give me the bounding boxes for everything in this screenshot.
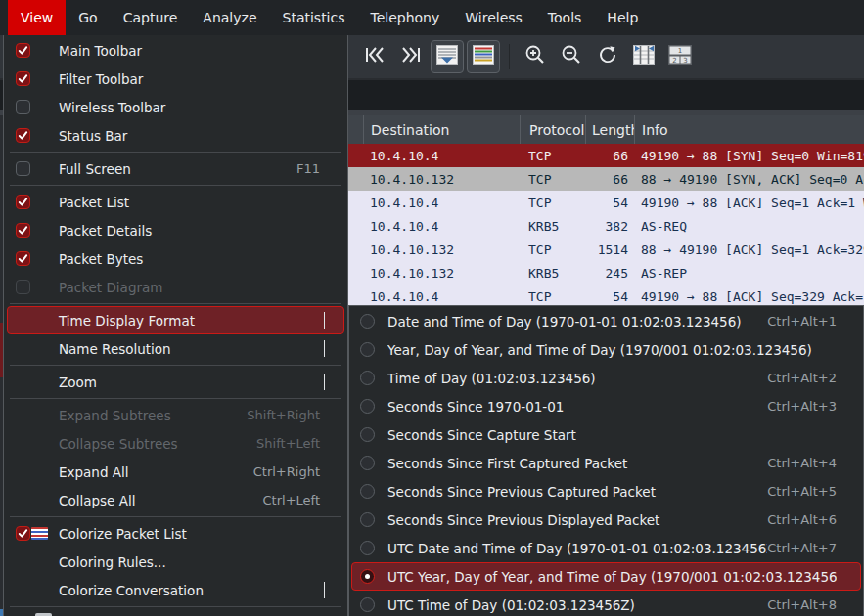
menubar-item-analyze[interactable]: Analyze <box>190 0 269 35</box>
menu-item-label: Colorize Conversation <box>53 583 320 598</box>
menubar-item-label: Tools <box>548 10 582 25</box>
cell-destination: 10.4.10.132 <box>363 172 520 187</box>
menu-item-name-resolution[interactable]: Name Resolution <box>7 334 344 363</box>
packet-row[interactable]: 10.4.10.4TCP5449190 → 88 [ACK] Seq=1 Ack… <box>348 191 864 214</box>
cell-length: 66 <box>585 172 634 187</box>
radio-unselected-icon <box>360 314 375 329</box>
resize-columns-button[interactable] <box>627 40 660 73</box>
menu-item-time-display-format[interactable]: Time Display Format <box>7 306 344 334</box>
cell-protocol: TCP <box>520 196 585 210</box>
checkbox-checked-icon <box>16 128 30 143</box>
submenu-item-utc-year-day-of-year-and-time-of-day-1970-001-01-02-03-123456z[interactable]: UTC Year, Day of Year, and Time of Day (… <box>351 562 861 591</box>
menu-separator <box>10 303 341 304</box>
column-header-destination[interactable]: Destination <box>363 115 520 144</box>
column-header-info[interactable]: Info <box>634 115 864 144</box>
menubar-item-help[interactable]: Help <box>594 0 651 35</box>
menu-item-expand-all[interactable]: Expand AllCtrl+Right <box>7 458 344 486</box>
chevron-right-icon <box>324 340 325 357</box>
menu-separator <box>10 516 341 517</box>
background-edge-sliver <box>0 609 3 616</box>
cell-protocol: TCP <box>520 172 585 187</box>
go-last-button[interactable] <box>394 40 428 73</box>
go-first-button[interactable] <box>358 40 391 73</box>
view-menu: Main ToolbarFilter ToolbarWireless Toolb… <box>3 32 348 616</box>
submenu-item-shortcut: Ctrl+Alt+8 <box>767 597 837 612</box>
svg-text:2: 2 <box>672 57 676 65</box>
menubar-item-label: Statistics <box>283 10 345 25</box>
cell-protocol: KRB5 <box>520 219 585 234</box>
submenu-item-seconds-since-capture-start[interactable]: Seconds Since Capture Start <box>351 420 861 449</box>
zoom-in-button[interactable] <box>519 40 552 73</box>
submenu-item-seconds-since-previous-displayed-packet[interactable]: Seconds Since Previous Displayed PacketC… <box>351 506 861 534</box>
radio-unselected-icon <box>360 512 375 527</box>
submenu-item-seconds-since-1970-01-01[interactable]: Seconds Since 1970-01-01Ctrl+Alt+3 <box>351 392 861 420</box>
menu-item-filter-toolbar[interactable]: Filter Toolbar <box>7 65 344 93</box>
packet-row[interactable]: 10.4.10.132TCP151488 → 49190 [ACK] Seq=1… <box>348 238 864 261</box>
menu-item-label: Colorize Packet List <box>53 526 320 542</box>
submenu-item-shortcut: Ctrl+Alt+5 <box>767 484 837 499</box>
submenu-item-date-and-time-of-day-1970-01-01-01-02-03-123456[interactable]: Date and Time of Day (1970-01-01 01:02:0… <box>351 307 861 335</box>
checkbox-checked-icon <box>16 223 30 238</box>
menubar-item-tools[interactable]: Tools <box>535 0 595 35</box>
cell-info: 88 → 49190 [ACK] Seq=1 Ack=329 <box>634 242 864 257</box>
auto-scroll-toggle[interactable] <box>431 40 464 73</box>
colorize-toggle[interactable] <box>467 40 500 73</box>
submenu-item-year-day-of-year-and-time-of-day-1970-001-01-02-03-123456[interactable]: Year, Day of Year, and Time of Day (1970… <box>351 335 861 364</box>
menubar-item-telephony[interactable]: Telephony <box>358 0 453 35</box>
submenu-item-time-of-day-01-02-03-123456[interactable]: Time of Day (01:02:03.123456)Ctrl+Alt+2 <box>351 364 861 392</box>
menu-item-coloring-rules[interactable]: Coloring Rules... <box>7 548 344 576</box>
menubar-item-label: Wireless <box>465 10 523 25</box>
menu-item-collapse-subtrees: Collapse SubtreesShift+Left <box>7 429 344 458</box>
cell-destination: 10.4.10.132 <box>363 242 520 257</box>
column-header-protocol[interactable]: Protocol <box>520 115 585 144</box>
packet-row[interactable]: 10.4.10.4TCP6649190 → 88 [SYN] Seq=0 Win… <box>348 144 864 167</box>
column-header-length[interactable]: Length <box>585 115 634 144</box>
submenu-item-label: UTC Time of Day (01:02:03.123456Z) <box>384 597 767 613</box>
menu-item-main-toolbar[interactable]: Main Toolbar <box>7 36 344 65</box>
menu-item-wireless-toolbar[interactable]: Wireless Toolbar <box>7 93 344 121</box>
menu-item-full-screen[interactable]: Full ScreenF11 <box>7 154 344 183</box>
menubar-item-statistics[interactable]: Statistics <box>270 0 358 35</box>
layout-button[interactable]: 1 2 3 <box>663 40 697 73</box>
menubar-item-go[interactable]: Go <box>66 0 110 35</box>
packet-list-header: DestinationProtocolLengthInfo <box>348 115 864 144</box>
submenu-item-utc-time-of-day-01-02-03-123456z[interactable]: UTC Time of Day (01:02:03.123456Z)Ctrl+A… <box>351 591 861 616</box>
menu-item-colorize-conversation[interactable]: Colorize Conversation <box>7 576 344 604</box>
menu-item-collapse-all[interactable]: Collapse AllCtrl+Left <box>7 486 344 514</box>
menu-item-label: Expand Subtrees <box>53 408 247 423</box>
submenu-item-seconds-since-first-captured-packet[interactable]: Seconds Since First Captured PacketCtrl+… <box>351 449 861 477</box>
cell-protocol: TCP <box>520 289 585 304</box>
packet-row[interactable]: 10.4.10.132KRB5245AS-REP <box>348 261 864 285</box>
cell-info: AS-REQ <box>634 219 864 234</box>
chevron-right-icon <box>324 312 325 329</box>
submenu-item-seconds-since-previous-captured-packet[interactable]: Seconds Since Previous Captured PacketCt… <box>351 477 861 506</box>
menubar: ViewGoCaptureAnalyzeStatisticsTelephonyW… <box>0 0 864 35</box>
menubar-item-capture[interactable]: Capture <box>111 0 191 35</box>
menu-item-shortcut: Ctrl+Right <box>253 464 324 479</box>
zoom-reset-button[interactable] <box>591 40 624 73</box>
menu-item-status-bar[interactable]: Status Bar <box>7 121 344 150</box>
radio-unselected-icon <box>360 456 375 470</box>
submenu-item-utc-date-and-time-of-day-1970-01-01-01-02-03-123456z[interactable]: UTC Date and Time of Day (1970-01-01 01:… <box>351 534 861 562</box>
menu-item-label: Packet Diagram <box>53 280 320 295</box>
menu-item-shortcut: Shift+Left <box>256 436 324 451</box>
menu-item-colorize-packet-list[interactable]: Colorize Packet List <box>7 519 344 548</box>
cell-destination: 10.4.10.4 <box>363 289 520 304</box>
menu-item-zoom[interactable]: Zoom <box>7 368 344 396</box>
submenu-item-shortcut: Ctrl+Alt+1 <box>767 314 837 329</box>
packet-row[interactable]: 10.4.10.132TCP6688 → 49190 [SYN, ACK] Se… <box>348 167 864 191</box>
menu-item-packet-details[interactable]: Packet Details <box>7 216 344 244</box>
menu-item-packet-list[interactable]: Packet List <box>7 188 344 216</box>
packet-row[interactable]: 10.4.10.4KRB5382AS-REQ <box>348 214 864 238</box>
menubar-item-label: Telephony <box>371 10 440 25</box>
menu-item-label: Packet Bytes <box>53 251 320 267</box>
cell-info: 49190 → 88 [SYN] Seq=0 Win=8192 <box>634 149 864 163</box>
menubar-item-view[interactable]: View <box>8 0 66 35</box>
zoom-out-button[interactable] <box>555 40 588 73</box>
menu-item-packet-bytes[interactable]: Packet Bytes <box>7 244 344 273</box>
menubar-item-wireless[interactable]: Wireless <box>452 0 535 35</box>
submenu-item-label: Seconds Since 1970-01-01 <box>384 399 767 415</box>
submenu-item-shortcut: Ctrl+Alt+4 <box>767 456 837 470</box>
radio-unselected-icon <box>360 484 375 499</box>
cell-length: 1514 <box>585 242 634 257</box>
